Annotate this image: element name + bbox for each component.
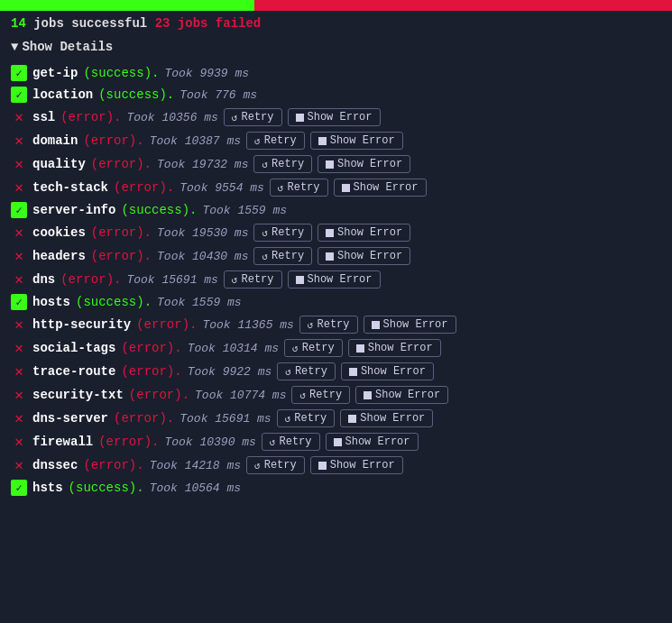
show-error-button[interactable]: Show Error [318,224,410,242]
show-error-button[interactable]: Show Error [348,339,441,357]
stop-icon [372,321,380,329]
retry-button[interactable]: ↺Retry [224,108,282,126]
job-status-label: (success). [76,295,152,309]
job-name: domain [32,133,78,148]
job-time: Took 9939 ms [164,67,249,80]
retry-label: Retry [272,226,304,239]
job-name: hosts [32,295,70,309]
job-time: Took 9922 ms [188,365,272,379]
job-name: dns-server [32,411,108,426]
retry-icon: ↺ [232,112,238,124]
retry-button[interactable]: ↺Retry [253,247,312,265]
retry-icon: ↺ [262,251,268,262]
job-row: ✕dns(error).Took 15691 ms↺RetryShow Erro… [11,269,661,290]
job-time: Took 19732 ms [157,158,248,171]
show-error-button[interactable]: Show Error [318,247,410,265]
show-error-button[interactable]: Show Error [318,155,410,173]
retry-button[interactable]: ↺Retry [277,362,336,380]
success-count: 14 [11,16,26,31]
show-error-button[interactable]: Show Error [364,316,456,334]
show-error-button[interactable]: Show Error [341,362,434,380]
retry-label: Retry [264,459,297,472]
show-error-label: Show Error [330,459,395,472]
job-row: ✓get-ip(success).Took 9939 ms [11,63,661,83]
job-name: security-txt [32,388,124,402]
job-row: ✕security-txt(error).Took 10774 ms↺Retry… [11,384,661,406]
show-error-label: Show Error [375,389,440,401]
retry-button[interactable]: ↺Retry [262,433,320,451]
job-time: Took 14218 ms [150,459,241,472]
show-error-label: Show Error [330,134,395,147]
retry-button[interactable]: ↺Retry [246,132,305,150]
job-time: Took 10774 ms [195,389,286,402]
job-row: ✓location(success).Took 776 ms [11,85,661,105]
stop-icon [334,438,342,446]
retry-button[interactable]: ↺Retry [299,316,358,334]
error-icon: ✕ [11,248,27,264]
job-name: dns [32,272,55,287]
show-error-label: Show Error [337,226,402,239]
job-status-label: (error). [83,133,143,148]
retry-label: Retry [264,134,297,147]
fail-count: 23 [155,16,170,31]
retry-button[interactable]: ↺Retry [291,386,350,404]
retry-button[interactable]: ↺Retry [277,409,336,427]
error-icon: ✕ [11,410,27,426]
job-status-label: (error). [91,225,152,240]
failed-label: jobs failed [178,16,261,31]
show-error-label: Show Error [308,273,373,286]
show-error-button[interactable]: Show Error [310,456,403,474]
job-status-label: (error). [129,388,189,402]
retry-label: Retry [272,158,304,170]
job-time: Took 776 ms [180,88,257,102]
show-error-button[interactable]: Show Error [288,270,381,289]
show-error-button[interactable]: Show Error [340,409,433,427]
job-time: Took 11365 ms [202,318,293,332]
show-error-button[interactable]: Show Error [355,386,448,404]
job-name: ssl [32,110,55,124]
job-time: Took 10387 ms [150,134,241,148]
success-icon: ✓ [11,87,27,103]
retry-button[interactable]: ↺Retry [224,270,282,289]
stop-icon [326,160,334,169]
job-row: ✕domain(error).Took 10387 ms↺RetryShow E… [11,130,661,151]
job-name: firewall [32,435,93,449]
job-name: server-info [32,203,115,217]
stop-icon [348,415,356,423]
toggle-arrow-icon: ▼ [11,40,18,54]
job-row: ✕headers(error).Took 10430 ms↺RetryShow … [11,245,661,267]
show-error-label: Show Error [337,250,402,262]
show-details-toggle[interactable]: ▼ Show Details [0,36,124,61]
job-row: ✕dnssec(error).Took 14218 ms↺RetryShow E… [11,454,661,476]
job-time: Took 15691 ms [180,412,271,426]
job-time: Took 10314 ms [188,342,279,355]
job-status-label: (error). [136,317,197,332]
retry-button[interactable]: ↺Retry [246,456,305,474]
stop-icon [349,368,357,376]
job-row: ✕social-tags(error).Took 10314 ms↺RetryS… [11,337,661,359]
jobs-list: ✓get-ip(success).Took 9939 ms✓location(s… [0,61,672,508]
retry-label: Retry [287,181,319,194]
job-status-label: (error). [121,364,181,379]
retry-button[interactable]: ↺Retry [284,339,343,357]
job-name: trace-route [32,364,115,379]
show-error-button[interactable]: Show Error [310,132,403,150]
retry-button[interactable]: ↺Retry [253,155,312,173]
retry-icon: ↺ [292,343,299,354]
job-name: hsts [32,481,63,495]
show-error-label: Show Error [354,181,419,194]
show-error-button[interactable]: Show Error [288,108,381,126]
job-row: ✕tech-stack(error).Took 9554 ms↺RetrySho… [11,177,661,198]
job-status-label: (error). [114,411,174,426]
show-error-button[interactable]: Show Error [326,433,419,451]
show-error-label: Show Error [360,412,425,425]
retry-icon: ↺ [262,159,268,170]
error-icon: ✕ [11,363,27,380]
stop-icon [342,184,350,192]
error-icon: ✕ [11,457,27,473]
retry-button[interactable]: ↺Retry [253,224,312,242]
retry-button[interactable]: ↺Retry [270,179,328,197]
retry-label: Retry [241,273,273,286]
job-time: Took 1559 ms [157,296,242,309]
show-error-button[interactable]: Show Error [334,179,427,197]
